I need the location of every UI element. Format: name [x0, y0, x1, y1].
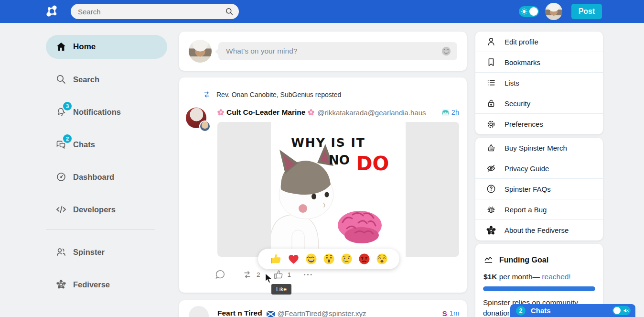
sidebar-item-notifications[interactable]: 3 Notifications — [46, 105, 167, 119]
search-input[interactable] — [71, 4, 239, 19]
spinster-logo-icon[interactable] — [45, 5, 59, 18]
sidebar-item-spinster[interactable]: Spinster — [46, 245, 167, 259]
funding-amount: $1K — [483, 273, 497, 281]
post-author-name[interactable]: Cult Co-Leader Marine — [226, 108, 305, 117]
chats-badge: 2 — [63, 134, 72, 143]
thumbs-up-emoji[interactable] — [269, 252, 282, 265]
menu-item-privacy-guide[interactable]: Privacy Guide — [475, 158, 603, 179]
menu-item-faqs[interactable]: Spinster FAQs — [475, 179, 603, 199]
sidebar-label-developers: Developers — [73, 205, 116, 214]
cherry-blossom-icon — [217, 109, 224, 116]
chart-icon — [483, 255, 494, 265]
scotland-flag-emoji — [267, 310, 275, 316]
chats-panel-bar[interactable]: 2 Chats — [510, 304, 635, 317]
repost-icon — [242, 269, 253, 280]
menu-item-security[interactable]: Security — [475, 93, 603, 114]
like-button[interactable]: 1 — [273, 269, 291, 280]
code-icon — [55, 204, 67, 215]
repost-note-text: Rev. Onan Canobite, SubGenius reposted — [216, 91, 341, 98]
funding-reached-link[interactable]: reached! — [542, 273, 570, 281]
question-circle-icon — [486, 184, 496, 194]
meme-text-line1: WHY IS IT — [291, 136, 365, 150]
post-button[interactable]: Post — [571, 4, 602, 19]
top-navbar: Post — [0, 0, 644, 23]
bookmark-icon — [486, 57, 496, 67]
like-icon — [273, 269, 284, 280]
account-avatar[interactable] — [545, 3, 562, 20]
post-timestamp[interactable]: 2h — [451, 109, 459, 116]
sidebar-divider — [46, 230, 155, 230]
weary-emoji[interactable] — [376, 252, 388, 265]
basket-icon — [486, 142, 496, 153]
meme-image: WHY IS IT NO DO — [271, 122, 406, 257]
home-icon — [55, 41, 67, 53]
funding-progress-bar — [483, 286, 595, 291]
notifications-badge: 3 — [63, 102, 72, 110]
bug-icon — [486, 204, 496, 215]
heart-emoji[interactable] — [287, 252, 300, 265]
search-icon — [55, 74, 67, 85]
repost-count: 2 — [257, 271, 260, 278]
reposter-avatar[interactable] — [199, 120, 211, 132]
more-button[interactable] — [302, 269, 313, 280]
theme-toggle[interactable] — [519, 6, 539, 17]
compose-avatar[interactable] — [189, 40, 212, 63]
comment-icon — [215, 269, 225, 280]
search-icon[interactable] — [225, 7, 234, 16]
list-icon — [486, 77, 496, 88]
emoji-picker-icon[interactable] — [441, 46, 451, 56]
sidebar-item-home[interactable]: Home — [46, 35, 167, 59]
sidebar-label-fediverse: Fediverse — [73, 280, 110, 289]
chats-label: Chats — [531, 306, 551, 315]
spinster-s-icon: S — [442, 309, 447, 317]
sidebar-item-search[interactable]: Search — [46, 72, 167, 87]
like-count: 1 — [288, 271, 291, 278]
next-post-author-name[interactable]: Feart n Tired — [217, 309, 262, 317]
menu-item-preferences[interactable]: Preferences — [475, 114, 603, 134]
next-post-author-handle[interactable]: @FeartnTired@spinster.xyz — [278, 309, 366, 317]
sidebar-label-spinster: Spinster — [73, 248, 105, 257]
info-menu-card: Buy Spinster Merch Privacy Guide Spinste… — [475, 138, 603, 240]
repost-icon — [202, 90, 211, 99]
next-post-timestamp[interactable]: 1m — [450, 309, 459, 317]
sidebar-label-dashboard: Dashboard — [73, 173, 114, 182]
toggle-knob — [529, 7, 538, 16]
repost-note: Rev. Onan Canobite, SubGenius reposted — [202, 90, 341, 99]
menu-item-lists[interactable]: Lists — [475, 73, 603, 93]
sidebar-label-search: Search — [73, 75, 99, 84]
funding-title: Funding Goal — [499, 256, 548, 264]
sidebar-item-fediverse[interactable]: Fediverse — [46, 277, 167, 292]
navbar-search — [71, 4, 239, 19]
chats-sound-toggle[interactable] — [612, 306, 631, 315]
angry-emoji[interactable] — [358, 252, 371, 265]
menu-item-report-bug[interactable]: Report a Bug — [475, 199, 603, 220]
sun-icon — [520, 8, 528, 15]
miku-emoji-icon — [442, 109, 449, 116]
crying-emoji[interactable] — [340, 252, 353, 265]
post-image[interactable]: WHY IS IT NO DO — [217, 122, 459, 257]
comment-button[interactable] — [215, 269, 225, 280]
gear-icon — [486, 119, 496, 130]
post-author-handle[interactable]: @rikkatakarada@gearlandia.haus — [317, 109, 426, 117]
surprised-emoji[interactable] — [322, 252, 335, 265]
sidebar-label-chats: Chats — [73, 140, 95, 149]
sidebar-label-home: Home — [73, 42, 96, 52]
menu-item-about-fediverse[interactable]: About the Fediverse — [475, 220, 603, 240]
meme-text-line2: NO — [329, 153, 350, 167]
compose-input[interactable] — [218, 42, 457, 60]
menu-item-edit-profile[interactable]: Edit profile — [475, 32, 603, 52]
chat-bubbles-icon: 2 — [55, 139, 67, 150]
menu-item-bookmarks[interactable]: Bookmarks — [475, 52, 603, 73]
person-icon — [486, 36, 496, 47]
laughing-emoji[interactable] — [305, 252, 318, 265]
cherry-blossom-icon — [308, 109, 314, 116]
gauge-icon — [55, 171, 67, 183]
menu-item-merch[interactable]: Buy Spinster Merch — [475, 138, 603, 158]
next-post-avatar[interactable] — [189, 306, 209, 317]
mouse-cursor — [265, 273, 274, 287]
sidebar-item-dashboard[interactable]: Dashboard — [46, 170, 167, 184]
sidebar-item-developers[interactable]: Developers — [46, 202, 167, 217]
sidebar-item-chats[interactable]: 2 Chats — [46, 137, 167, 152]
repost-button[interactable]: 2 — [242, 269, 260, 280]
people-icon — [55, 246, 67, 258]
